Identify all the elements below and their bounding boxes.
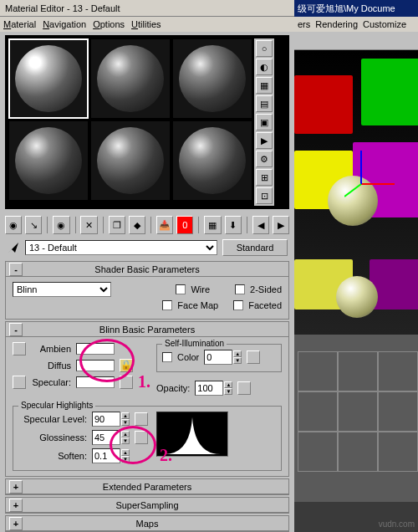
specular-color-swatch[interactable] [76,376,115,388]
app-titlebar: 级可爱旭旭\My Docume [294,0,418,17]
soften-spinner[interactable]: ▲▼ [92,448,130,463]
rollup-toggle[interactable]: - [9,323,23,336]
specular-label: Specular: [31,377,71,387]
spin-up[interactable]: ▲ [121,412,130,419]
rollup-supersampling: + SuperSampling [5,497,289,514]
material-effects-button[interactable]: 0 [176,216,193,234]
shader-type-select[interactable]: Blinn [13,282,111,297]
specular-level-map-button[interactable] [135,412,148,426]
glossiness-spinner[interactable]: ▲▼ [92,430,130,445]
self-illum-spinner[interactable]: ▲▼ [204,350,242,365]
backlight-button[interactable]: ◐ [256,59,273,75]
spin-up[interactable]: ▲ [121,449,130,456]
glossiness-map-button[interactable] [135,431,148,444]
rollup-header[interactable]: + Maps [6,516,288,531]
ambient-lock-button[interactable] [13,342,26,356]
wire-checkbox[interactable] [176,284,186,294]
put-to-library-button[interactable]: 📥 [156,216,173,234]
rollup-maps: + Maps [5,515,289,532]
sample-slot-1[interactable] [8,38,89,119]
sample-slot-4[interactable] [8,120,89,201]
sample-uv-button[interactable]: ▤ [256,95,273,112]
specular-curve-preview [156,412,228,457]
self-illum-value[interactable] [204,350,232,365]
group-label: Specular Highlights [18,401,95,410]
specular-level-value[interactable] [92,412,120,427]
diffuse-color-swatch[interactable] [76,360,115,371]
show-end-result-button[interactable]: ⬇ [225,216,242,234]
viewport-ortho[interactable] [294,335,418,502]
self-illum-color-label: Color [177,352,199,362]
sample-slot-2[interactable] [90,38,171,119]
menu-navigation[interactable]: Navigation [43,19,86,29]
sample-slot-6[interactable] [172,120,252,201]
separator [198,217,199,233]
reset-map-button[interactable]: ✕ [80,216,97,234]
ambient-color-swatch[interactable] [76,343,115,355]
self-illumination-group: Self-Illumination Color ▲▼ [156,344,282,372]
make-copy-button[interactable]: ❐ [109,216,125,234]
glossiness-value[interactable] [92,430,120,445]
cube-green [361,59,418,125]
menu-options[interactable]: Options [93,19,125,29]
menu-rendering[interactable]: Rendering [315,19,358,29]
diffuse-label: Diffus [31,361,71,371]
opacity-map-button[interactable] [237,381,251,395]
put-to-scene-button[interactable]: ↘ [25,216,42,234]
go-to-parent-button[interactable]: ◀ [252,216,269,234]
show-map-button[interactable]: ▦ [204,216,221,234]
menu-customize[interactable]: Customize [363,19,406,29]
face-map-checkbox[interactable] [162,300,172,310]
rollup-toggle[interactable]: + [9,499,23,512]
pick-material-icon[interactable] [7,241,20,254]
diffuse-lock-button[interactable]: 🔒 [120,359,133,372]
rollup-header[interactable]: + Extended Parameters [6,479,288,494]
go-forward-button[interactable]: ▶ [273,216,289,234]
rollup-header[interactable]: + SuperSampling [6,498,288,513]
faceted-checkbox[interactable] [233,300,243,310]
select-by-material-button[interactable]: ⊞ [256,169,273,186]
opacity-value[interactable] [195,381,223,396]
video-check-button[interactable]: ▣ [256,114,273,130]
rollup-toggle[interactable]: + [9,517,23,530]
make-preview-button[interactable]: ▶ [256,132,273,149]
two-sided-checkbox[interactable] [235,284,245,294]
sample-type-button[interactable]: ○ [256,40,273,57]
specular-lock-button[interactable] [13,376,26,389]
rollup-header[interactable]: - Blinn Basic Parameters [6,322,288,337]
get-material-button[interactable]: ◉ [5,216,22,234]
material-map-navigator-button[interactable]: ⊡ [256,187,273,204]
spin-down[interactable]: ▼ [121,456,130,463]
sample-slot-5[interactable] [90,120,171,201]
sample-sphere [15,127,82,194]
viewport-perspective[interactable] [294,50,418,335]
make-unique-button[interactable]: ◆ [129,216,145,234]
material-name-select[interactable]: 13 - Default [25,240,217,255]
material-type-button[interactable]: Standard [222,239,288,256]
spin-down[interactable]: ▼ [224,388,232,395]
rollup-header[interactable]: - Shader Basic Parameters [6,262,288,277]
self-illum-color-checkbox[interactable] [162,352,172,362]
sample-slot-3[interactable] [172,38,252,119]
spin-up[interactable]: ▲ [233,350,242,357]
specular-map-button[interactable] [120,376,133,389]
rollup-toggle[interactable]: + [9,480,23,494]
opacity-spinner[interactable]: ▲▼ [195,381,232,396]
sample-side-toolbar: ○ ◐ ▦ ▤ ▣ ▶ ⚙ ⊞ ⊡ [254,38,274,206]
self-illum-map-button[interactable] [247,350,260,364]
soften-value[interactable] [92,448,120,463]
options-button[interactable]: ⚙ [256,151,273,167]
spin-down[interactable]: ▼ [121,419,130,426]
assign-to-selection-button[interactable]: ◉ [53,216,69,234]
background-button[interactable]: ▦ [256,77,273,94]
spin-down[interactable]: ▼ [121,437,130,444]
menu-ers[interactable]: ers [298,19,310,29]
spin-down[interactable]: ▼ [233,357,242,364]
rollup-toggle[interactable]: - [9,263,23,276]
spin-up[interactable]: ▲ [121,431,130,437]
menu-utilities[interactable]: Utilities [131,19,161,29]
menu-material[interactable]: Material [3,19,36,29]
specular-level-spinner[interactable]: ▲▼ [92,412,130,427]
spin-up[interactable]: ▲ [224,381,232,388]
rollup-blinn-basic: - Blinn Basic Parameters Ambien Diffus 🔒 [5,321,289,477]
